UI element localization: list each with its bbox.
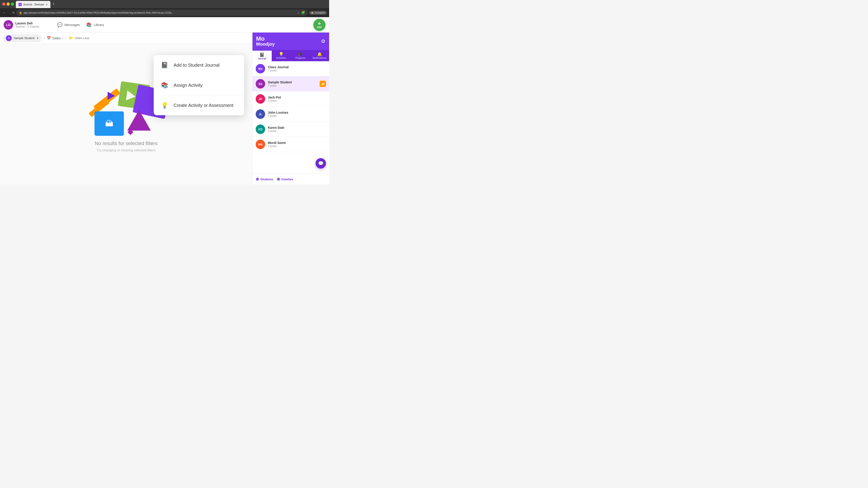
tab-notifications[interactable]: 🔔 Notifications <box>310 50 329 61</box>
jack-pot-avatar: JP <box>256 94 265 104</box>
new-tab-btn[interactable]: + <box>51 1 57 7</box>
dropdown-menu: 📓 Add to Student Journal 📚 Assign Activi… <box>154 55 244 115</box>
settings-icon[interactable]: ⚙ <box>321 38 326 44</box>
folder-breadcrumb[interactable]: 📁 Video Less <box>69 36 89 40</box>
lock-icon: 🔒 <box>19 11 22 14</box>
list-item-jack-pot[interactable]: JP Jack Pot 4 posts <box>252 92 329 107</box>
jack-pot-posts: 4 posts <box>268 99 326 102</box>
list-item-sample-student[interactable]: SS Sample Student 7 posts 📁 <box>252 76 329 92</box>
extensions-icon[interactable]: 🧩 <box>301 11 305 14</box>
folder-badge: 📁 <box>320 80 326 87</box>
tab-activities[interactable]: 💡 Activities <box>272 50 291 61</box>
avatar: LD <box>4 20 13 30</box>
assign-activity-icon: 📚 <box>160 80 169 90</box>
sidebar-header: Mo Moodjoy ⚙ <box>252 33 329 50</box>
address-bar-row: ← → ↻ 🔒 app.seesaw.me/#/class/class.e01b… <box>0 8 329 17</box>
dropdown-item-add-journal[interactable]: 📓 Add to Student Journal <box>154 55 244 75</box>
add-families-icon: ⊕ <box>277 177 280 182</box>
jack-pot-info: Jack Pot 4 posts <box>268 96 326 102</box>
john-louises-info: John Louises 4 posts <box>268 111 326 118</box>
folder-icon: 📁 <box>69 36 73 40</box>
sample-student-posts: 7 posts <box>268 84 317 87</box>
chevron-down-icon: ▼ <box>36 37 39 40</box>
back-btn[interactable]: ← <box>2 11 6 15</box>
mordi-seem-info: Mordi Seem 3 posts <box>268 141 326 148</box>
journal-tab-icon: 📓 <box>259 53 265 57</box>
mordi-seem-name: Mordi Seem <box>268 141 326 144</box>
prev-btn[interactable]: ‹ <box>44 36 45 40</box>
minimize-btn[interactable] <box>6 2 10 6</box>
dates-label: 📅 Dates <box>46 36 61 40</box>
star-icon[interactable]: ☆ <box>297 11 300 14</box>
dropdown-item-create-activity[interactable]: 💡 Create Activity or Assessment <box>154 95 244 115</box>
sidebar-user-name: Moodjoy <box>256 41 275 47</box>
progress-tab-label: Progress <box>296 57 305 59</box>
families-label: Families <box>281 177 293 181</box>
add-journal-icon: 📓 <box>160 60 169 70</box>
karen-dale-info: Karen Dale 3 posts <box>268 126 326 133</box>
mordi-seem-avatar: MS <box>256 140 265 149</box>
add-journal-label: Add to Student Journal <box>174 63 219 68</box>
karen-dale-posts: 3 posts <box>268 129 326 133</box>
add-button[interactable]: + Add <box>313 19 326 31</box>
karen-dale-avatar: KD <box>256 125 265 134</box>
incognito-label: Incognito <box>315 11 325 14</box>
karen-dale-name: Karen Dale <box>268 126 326 129</box>
class-journal-info: Class Journal 7 posts <box>268 65 326 72</box>
incognito-icon: 🕵 <box>311 11 314 14</box>
mordi-seem-posts: 3 posts <box>268 144 326 148</box>
content-area: S Sample Student ▼ ‹ 📅 Dates › › 📁 Video… <box>0 33 329 184</box>
student-name: Sample Student <box>13 36 35 40</box>
app-wrapper: LD Lauren Deli Teacher - 2 Classes 💬 Mes… <box>0 17 329 184</box>
notifications-tab-label: Notifications <box>313 57 327 59</box>
library-label: Library <box>94 23 104 27</box>
browser-tabs: S Journal - Seesaw ✕ + <box>16 0 57 8</box>
student-selector[interactable]: S Sample Student ▼ <box>3 34 41 42</box>
john-louises-name: John Louises <box>268 111 326 114</box>
messages-nav[interactable]: 💬 Messages <box>57 22 80 28</box>
list-item-karen-dale[interactable]: KD Karen Dale 3 posts <box>252 122 329 137</box>
list-item-mordi-seem[interactable]: MS Mordi Seem 3 posts <box>252 137 329 152</box>
progress-tab-icon: 🎓 <box>298 52 303 57</box>
add-students-btn[interactable]: ⊕ Students <box>256 177 273 182</box>
library-nav[interactable]: 📚 Library <box>86 22 104 28</box>
journal-tab-label: Journal <box>258 57 266 60</box>
maximize-btn[interactable] <box>11 2 14 6</box>
address-bar[interactable]: 🔒 app.seesaw.me/#/class/class.e01bf4c2-9… <box>16 9 308 16</box>
class-journal-posts: 7 posts <box>268 69 326 72</box>
browser-chrome: S Journal - Seesaw ✕ + <box>0 0 329 8</box>
folder-name: Video Less <box>74 36 89 40</box>
dropdown-item-assign-activity[interactable]: 📚 Assign Activity <box>154 75 244 95</box>
breadcrumb-arrow: › <box>66 36 67 40</box>
activities-tab-icon: 💡 <box>279 52 284 57</box>
next-btn[interactable]: › <box>62 36 63 40</box>
refresh-btn[interactable]: ↻ <box>12 11 15 14</box>
tab-journal[interactable]: 📓 Journal <box>252 50 272 61</box>
sidebar-tabs: 📓 Journal 💡 Activities 🎓 Progress 🔔 Noti… <box>252 50 329 61</box>
activities-tab-label: Activities <box>276 57 286 59</box>
calendar-icon: 📅 <box>46 36 51 40</box>
add-plus-icon: + <box>318 21 321 26</box>
list-item-class-journal[interactable]: Mo Class Journal 7 posts <box>252 61 329 76</box>
sidebar-user-abbr: Mo <box>256 36 275 41</box>
empty-title: No results for selected filters <box>95 140 158 147</box>
close-btn[interactable] <box>2 2 5 6</box>
chat-button[interactable]: 💬 <box>315 158 326 168</box>
add-families-btn[interactable]: ⊕ Families <box>277 177 293 182</box>
right-sidebar: Mo Moodjoy ⚙ 📓 Journal 💡 Activities 🎓 Pr… <box>252 33 329 184</box>
dates-text: Dates <box>53 36 61 40</box>
assign-activity-label: Assign Activity <box>174 83 203 88</box>
user-role: Teacher - 2 Classes <box>16 25 39 28</box>
list-item-john-louises[interactable]: JL John Louises 4 posts <box>252 107 329 122</box>
tab-title: Journal - Seesaw <box>23 3 44 6</box>
forward-btn[interactable]: → <box>7 11 11 15</box>
tab-close-icon[interactable]: ✕ <box>45 3 48 6</box>
user-name: Lauren Deli <box>16 22 39 25</box>
add-students-icon: ⊕ <box>256 177 259 182</box>
create-activity-icon: 💡 <box>160 100 169 110</box>
active-tab[interactable]: S Journal - Seesaw ✕ <box>16 1 51 8</box>
tab-progress[interactable]: 🎓 Progress <box>291 50 310 61</box>
students-label: Students <box>260 177 273 181</box>
incognito-badge: 🕵 Incognito <box>309 11 327 15</box>
empty-subtitle: Try changing or clearing selected filter… <box>97 148 156 152</box>
